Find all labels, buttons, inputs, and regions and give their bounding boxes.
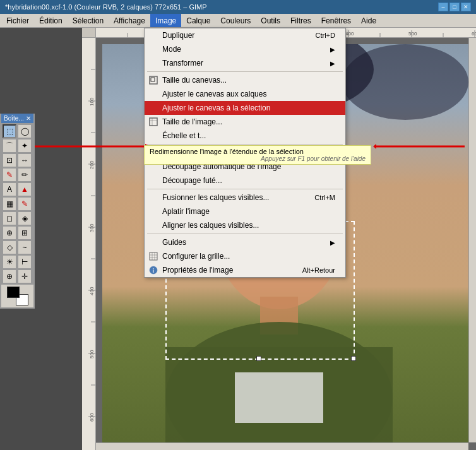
title-bar-buttons: – □ ✕ [438,3,471,11]
menu-selection[interactable]: Sélection [68,14,109,27]
menu-entry-ajuster-selection[interactable]: Ajuster le canevas à la sélection [145,101,345,115]
menu-edition[interactable]: Édition [34,14,68,27]
svg-point-39 [342,44,468,120]
toolbox-title: Boîte... [4,115,24,122]
canvas-size-svg [149,76,158,85]
tool-clone[interactable]: ⊕ [3,226,16,240]
entry-label-rogner: Rogner selon la sélection [162,148,247,157]
separator-1 [147,71,343,72]
minimize-button[interactable]: – [438,3,448,11]
tool-crop[interactable]: ⊡ [3,153,16,167]
separator-3 [147,189,343,189]
toolbox-tools-grid: ⬚ ◯ ⌒ ✦ ⊡ ↔ ✎ ✏ A ▲ ▦ ✎ ◻ ◈ ⊕ ⊞ ◇ ~ ☀ ⊢ … [1,123,33,285]
entry-shortcut-proprietes: Alt+Retour [302,266,335,274]
svg-text:600: 600 [89,413,95,422]
menu-entry-taille-canevas[interactable]: Taille du canevas... [145,73,345,87]
menu-fichier[interactable]: Fichier [1,14,34,27]
color-area [1,285,33,307]
menu-entry-decoupage-fute[interactable]: Découpage futé... [145,174,345,187]
menu-affichage[interactable]: Affichage [109,14,150,27]
submenu-arrow-guides: ▶ [330,239,335,246]
scrollbar-vertical[interactable] [468,38,476,442]
entry-shortcut-dupliquer: Ctrl+D [316,32,335,39]
ruler-vertical: 100 200 300 400 500 600 [82,38,96,450]
tool-rect-select[interactable]: ⬚ [3,124,16,138]
ruler-v-svg: 100 200 300 400 500 600 [82,38,96,448]
svg-text:600: 600 [472,31,476,37]
tool-eraser[interactable]: ◻ [3,211,16,225]
properties-svg: i [149,266,158,275]
tool-airbrush[interactable]: ◈ [18,211,32,225]
menu-entry-configurer-grille[interactable]: Configurer la grille... [145,249,345,263]
ruler-corner [82,28,96,38]
menu-calque[interactable]: Calque [181,14,215,27]
svg-text:i: i [153,268,155,274]
tool-paintbrush[interactable]: ✎ [18,197,32,211]
tool-pencil[interactable]: ✎ [3,168,16,182]
tool-gradient[interactable]: ▦ [3,197,16,211]
tool-measure[interactable]: ⊢ [18,255,32,269]
maximize-button[interactable]: □ [449,3,460,11]
menu-entry-mode[interactable]: Mode ▶ [145,42,345,56]
tool-smudge[interactable]: ~ [18,240,32,254]
separator-4 [147,234,343,234]
svg-rect-45 [235,372,323,423]
color-squares[interactable] [7,287,28,305]
menu-filtres[interactable]: Filtres [285,14,316,27]
entry-label-configurer-grille: Configurer la grille... [162,252,230,261]
entry-label-fusionner: Fusionner les calques visibles... [162,193,269,202]
entry-label-transformer: Transformer [162,59,203,68]
submenu-arrow-mode: ▶ [330,46,335,53]
tool-magnify[interactable]: ⊕ [3,269,16,283]
menu-entry-fusionner[interactable]: Fusionner les calques visibles... Ctrl+M [145,191,345,204]
menu-entry-aligner[interactable]: Aligner les calques visibles... [145,218,345,232]
menu-entry-rogner[interactable]: Rogner selon la sélection [145,146,345,160]
separator-2 [147,144,343,145]
menu-entry-taille-image[interactable]: Taille de l'image... [145,115,345,129]
tool-move[interactable]: ✛ [18,269,32,283]
canvas-size-icon [147,76,160,85]
svg-text:100: 100 [89,97,95,106]
menu-outils[interactable]: Outils [256,14,285,27]
title-bar: *hybridation00.xcf-1.0 (Couleur RVB, 2 c… [0,0,476,14]
tool-ellipse-select[interactable]: ◯ [18,124,32,138]
tool-free-select[interactable]: ⌒ [3,139,16,153]
entry-label-dupliquer: Dupliquer [162,31,194,40]
menu-entry-transformer[interactable]: Transformer ▶ [145,56,345,70]
menu-entry-dupliquer[interactable]: Dupliquer Ctrl+D [145,28,345,42]
svg-text:400: 400 [345,31,354,37]
submenu-arrow-transformer: ▶ [330,60,335,67]
menu-couleurs[interactable]: Couleurs [215,14,256,27]
menu-entry-echelle[interactable]: Échelle et t... [145,129,345,143]
menu-entry-decoupage-auto[interactable]: Découpage automatique de l'image [145,160,345,174]
menu-image[interactable]: Image [150,14,181,27]
entry-shortcut-fusionner: Ctrl+M [314,194,335,201]
close-button[interactable]: ✕ [461,3,471,11]
menu-entry-guides[interactable]: Guides ▶ [145,235,345,249]
svg-text:500: 500 [89,350,95,358]
tool-transform[interactable]: ↔ [18,153,32,167]
image-menu-dropdown: Dupliquer Ctrl+D Mode ▶ Transformer ▶ Ta… [144,28,346,278]
tool-path[interactable]: ✏ [18,168,32,182]
tool-text[interactable]: A [3,182,16,196]
menu-entry-proprietes[interactable]: i Propriétés de l'image Alt+Retour [145,263,345,277]
entry-label-taille-image: Taille de l'image... [162,117,222,126]
svg-text:300: 300 [89,223,95,232]
scrollbar-horizontal[interactable] [96,442,468,450]
tool-sharpen[interactable]: ◇ [3,240,16,254]
tool-heal[interactable]: ⊞ [18,226,32,240]
entry-label-ajuster-selection: Ajuster le canevas à la sélection [162,104,270,112]
foreground-color-swatch[interactable] [7,287,20,298]
toolbox-close-icon[interactable]: ✕ [26,115,31,122]
toolbox-panel: Boîte... ✕ ⬚ ◯ ⌒ ✦ ⊡ ↔ ✎ ✏ A ▲ ▦ ✎ ◻ ◈ ⊕… [0,114,35,309]
menu-entry-ajuster-calques[interactable]: Ajuster le canevas aux calques [145,87,345,101]
svg-rect-51 [150,252,157,260]
entry-label-proprietes: Propriétés de l'image [162,266,233,275]
tool-dodge[interactable]: ☀ [3,255,16,269]
menu-aide[interactable]: Aide [356,14,381,27]
entry-label-aligner: Aligner les calques visibles... [162,221,259,230]
menu-entry-aplatir[interactable]: Aplatir l'image [145,204,345,218]
tool-fuzzy-select[interactable]: ✦ [18,139,32,153]
tool-bucket[interactable]: ▲ [18,182,32,196]
menu-fenetres[interactable]: Fenêtres [316,14,356,27]
